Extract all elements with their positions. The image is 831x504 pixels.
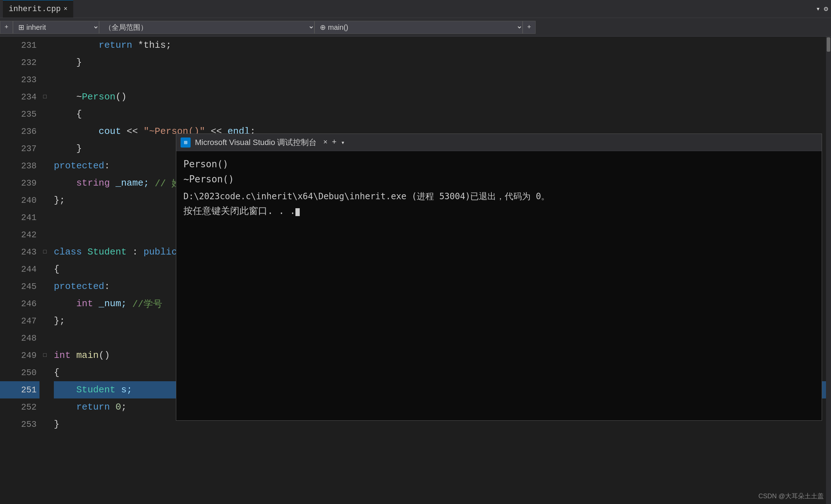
line-number-236: 236 [0,123,39,140]
fold-cell-236 [39,123,50,140]
token: ; [166,40,172,51]
line-number-241: 241 [0,209,39,226]
line-number-248: 248 [0,330,39,347]
function-selector[interactable]: ⊕ main() [314,21,523,34]
fold-cell-250 [39,364,50,381]
line-number-232: 232 [0,54,39,71]
line-number-237: 237 [0,140,39,157]
nav-right-button[interactable]: + [523,21,536,34]
token [54,178,76,188]
tab-filename: inherit.cpp [9,5,61,14]
fold-cell-244 [39,261,50,278]
token: } [54,419,60,430]
fold-cell-235 [39,106,50,123]
token: ~ [54,92,82,102]
token: { [54,109,82,120]
token: { [54,264,60,275]
token: class [54,247,82,257]
terminal-output-line3: D:\2023code.c\inherit\x64\Debug\inherit.… [183,190,814,203]
scrollbar[interactable] [826,37,831,504]
nav-expand-button[interactable]: + [0,21,13,34]
line-number-249: 249 [0,347,39,364]
fold-cell-252 [39,398,50,416]
line-number-242: 242 [0,226,39,243]
token: protected [54,281,104,292]
fold-cell-231 [39,37,50,54]
tab-bar-controls: ▾ ⚙ [816,4,828,13]
token: cout [54,126,121,137]
token: 0 [116,402,121,412]
token [71,350,76,361]
token: : [104,281,110,292]
token: () [116,92,127,102]
token: s; [116,384,132,395]
line-number-gutter: 2312322332342352362372382392402412422432… [0,37,39,504]
fold-cell-249[interactable]: □ [39,347,50,364]
token: _num; [93,298,132,309]
line-number-246: 246 [0,295,39,312]
line-number-244: 244 [0,261,39,278]
line-number-231: 231 [0,37,39,54]
line-number-247: 247 [0,312,39,330]
token: return [54,40,138,51]
watermark: CSDN @大耳朵土土盖 [758,492,824,500]
token: int [76,298,93,309]
fold-cell-243[interactable]: □ [39,243,50,261]
line-number-238: 238 [0,157,39,174]
code-line-231: return *this; [54,37,826,54]
line-number-252: 252 [0,398,39,416]
tab-dropdown-icon[interactable]: ▾ [816,4,820,13]
token [82,247,88,257]
token: { [54,367,60,378]
global-scope-selector[interactable]: （全局范围） [99,21,314,34]
token: }; [54,316,65,326]
navigation-bar: + ⊞ inherit （全局范围） ⊕ main() + [0,18,831,37]
terminal-title-text: Microsoft Visual Studio 调试控制台 [195,137,317,148]
fold-cell-247 [39,312,50,330]
line-number-245: 245 [0,278,39,295]
fold-cell-234[interactable]: □ [39,88,50,106]
fold-cell-253 [39,416,50,433]
token: string [76,178,110,188]
fold-cell-240 [39,192,50,209]
terminal-icon-text: ⊞ [184,139,187,146]
terminal-window: ⊞ Microsoft Visual Studio 调试控制台 × + ▾ Pe… [176,134,822,421]
code-line-234: ~Person() [54,88,826,106]
token [54,298,76,309]
fold-cell-242 [39,226,50,243]
line-number-239: 239 [0,174,39,192]
fold-cell-237 [39,140,50,157]
token: } [54,57,82,68]
line-number-250: 250 [0,364,39,381]
terminal-icon: ⊞ [181,137,191,148]
token: } [54,143,82,154]
tab-settings-icon[interactable]: ⚙ [824,4,828,13]
token: int [54,350,71,361]
line-number-235: 235 [0,106,39,123]
fold-cell-241 [39,209,50,226]
line-number-240: 240 [0,192,39,209]
line-number-233: 233 [0,71,39,88]
terminal-add-button[interactable]: + [332,138,337,147]
fold-cell-232 [39,54,50,71]
token: : [127,247,144,257]
fold-cell-251 [39,381,50,398]
code-line-232: } [54,54,826,71]
fold-cell-245 [39,278,50,295]
tab-close-button[interactable]: × [64,5,67,13]
fold-cell-233 [39,71,50,88]
tab-inherit-cpp[interactable]: inherit.cpp × [3,0,73,18]
token: *this [138,40,166,51]
terminal-chevron-button[interactable]: ▾ [341,139,345,146]
terminal-title-bar: ⊞ Microsoft Visual Studio 调试控制台 × + ▾ [176,134,822,151]
token: Person [82,92,116,102]
token: //学号 [132,298,162,310]
line-number-251: 251 [0,381,39,398]
token: public [144,247,177,257]
token: protected [54,160,104,171]
terminal-close-button[interactable]: × [323,138,327,146]
scope-selector[interactable]: ⊞ inherit [13,21,99,34]
scrollbar-thumb[interactable] [827,37,830,52]
token: }; [54,195,65,206]
token: return [54,402,116,412]
